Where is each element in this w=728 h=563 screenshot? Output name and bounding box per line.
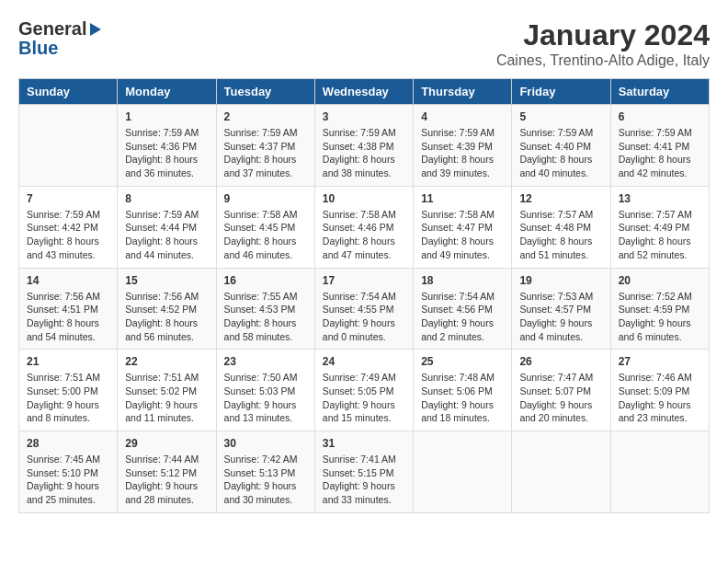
calendar-cell: 7 Sunrise: 7:59 AMSunset: 4:42 PMDayligh… — [19, 186, 118, 268]
calendar-cell: 24 Sunrise: 7:49 AMSunset: 5:05 PMDaylig… — [314, 350, 413, 431]
month-year-title: January 2024 — [496, 18, 710, 52]
day-info: Sunrise: 7:54 AMSunset: 4:55 PMDaylight:… — [323, 291, 396, 342]
logo-blue-text: Blue — [18, 38, 58, 59]
day-number: 9 — [224, 192, 307, 205]
day-number: 25 — [421, 355, 504, 368]
day-info: Sunrise: 7:42 AMSunset: 5:13 PMDaylight:… — [224, 454, 298, 505]
logo-arrow-icon — [90, 23, 101, 36]
day-info: Sunrise: 7:41 AMSunset: 5:15 PMDaylight:… — [323, 454, 396, 505]
day-number: 22 — [125, 355, 208, 368]
calendar-cell: 23 Sunrise: 7:50 AMSunset: 5:03 PMDaylig… — [216, 350, 314, 431]
day-info: Sunrise: 7:53 AMSunset: 4:57 PMDaylight:… — [519, 291, 593, 342]
day-info: Sunrise: 7:49 AMSunset: 5:05 PMDaylight:… — [323, 372, 396, 423]
day-info: Sunrise: 7:59 AMSunset: 4:36 PMDaylight:… — [125, 127, 199, 178]
calendar-cell — [610, 431, 709, 513]
calendar-cell — [414, 431, 512, 513]
day-number: 27 — [619, 355, 701, 368]
day-info: Sunrise: 7:56 AMSunset: 4:51 PMDaylight:… — [27, 291, 100, 342]
calendar-cell: 17 Sunrise: 7:54 AMSunset: 4:55 PMDaylig… — [314, 268, 413, 350]
day-number: 23 — [224, 355, 307, 368]
calendar-cell: 13 Sunrise: 7:57 AMSunset: 4:49 PMDaylig… — [610, 186, 709, 268]
day-info: Sunrise: 7:57 AMSunset: 4:48 PMDaylight:… — [519, 209, 593, 260]
calendar-cell: 26 Sunrise: 7:47 AMSunset: 5:07 PMDaylig… — [512, 350, 610, 431]
day-info: Sunrise: 7:59 AMSunset: 4:42 PMDaylight:… — [27, 209, 100, 260]
day-info: Sunrise: 7:50 AMSunset: 5:03 PMDaylight:… — [224, 372, 298, 423]
calendar-cell: 16 Sunrise: 7:55 AMSunset: 4:53 PMDaylig… — [216, 268, 314, 350]
calendar-cell: 28 Sunrise: 7:45 AMSunset: 5:10 PMDaylig… — [19, 431, 118, 513]
day-header: Monday — [118, 79, 216, 105]
day-info: Sunrise: 7:59 AMSunset: 4:38 PMDaylight:… — [323, 127, 396, 178]
day-number: 11 — [421, 192, 504, 205]
calendar-cell — [19, 105, 118, 187]
day-info: Sunrise: 7:58 AMSunset: 4:47 PMDaylight:… — [421, 209, 495, 260]
day-header: Friday — [512, 79, 610, 105]
calendar-cell: 27 Sunrise: 7:46 AMSunset: 5:09 PMDaylig… — [610, 350, 709, 431]
calendar-cell: 3 Sunrise: 7:59 AMSunset: 4:38 PMDayligh… — [314, 105, 413, 187]
logo: General Blue — [18, 18, 101, 59]
day-info: Sunrise: 7:59 AMSunset: 4:40 PMDaylight:… — [519, 127, 593, 178]
day-number: 16 — [224, 274, 307, 287]
day-info: Sunrise: 7:54 AMSunset: 4:56 PMDaylight:… — [421, 291, 495, 342]
calendar-table: SundayMondayTuesdayWednesdayThursdayFrid… — [18, 78, 710, 513]
day-number: 2 — [224, 110, 307, 123]
day-number: 10 — [323, 192, 405, 205]
calendar-cell: 29 Sunrise: 7:44 AMSunset: 5:12 PMDaylig… — [118, 431, 216, 513]
calendar-cell: 4 Sunrise: 7:59 AMSunset: 4:39 PMDayligh… — [414, 105, 512, 187]
day-header: Tuesday — [216, 79, 314, 105]
day-info: Sunrise: 7:46 AMSunset: 5:09 PMDaylight:… — [619, 372, 692, 423]
day-number: 13 — [619, 192, 701, 205]
day-number: 14 — [27, 274, 109, 287]
day-number: 28 — [27, 437, 109, 450]
day-info: Sunrise: 7:55 AMSunset: 4:53 PMDaylight:… — [224, 291, 298, 342]
day-number: 26 — [519, 355, 602, 368]
day-info: Sunrise: 7:59 AMSunset: 4:44 PMDaylight:… — [125, 209, 199, 260]
day-number: 8 — [125, 192, 208, 205]
day-number: 7 — [27, 192, 109, 205]
calendar-cell: 12 Sunrise: 7:57 AMSunset: 4:48 PMDaylig… — [512, 186, 610, 268]
day-number: 1 — [125, 110, 208, 123]
calendar-cell: 25 Sunrise: 7:48 AMSunset: 5:06 PMDaylig… — [414, 350, 512, 431]
day-number: 21 — [27, 355, 109, 368]
calendar-cell: 19 Sunrise: 7:53 AMSunset: 4:57 PMDaylig… — [512, 268, 610, 350]
day-number: 17 — [323, 274, 405, 287]
location-subtitle: Caines, Trentino-Alto Adige, Italy — [496, 52, 710, 69]
day-info: Sunrise: 7:58 AMSunset: 4:46 PMDaylight:… — [323, 209, 396, 260]
day-info: Sunrise: 7:51 AMSunset: 5:02 PMDaylight:… — [125, 372, 199, 423]
calendar-cell: 31 Sunrise: 7:41 AMSunset: 5:15 PMDaylig… — [314, 431, 413, 513]
day-number: 12 — [519, 192, 602, 205]
day-info: Sunrise: 7:48 AMSunset: 5:06 PMDaylight:… — [421, 372, 495, 423]
calendar-cell: 10 Sunrise: 7:58 AMSunset: 4:46 PMDaylig… — [314, 186, 413, 268]
day-info: Sunrise: 7:57 AMSunset: 4:49 PMDaylight:… — [619, 209, 692, 260]
day-header: Sunday — [19, 79, 118, 105]
day-info: Sunrise: 7:52 AMSunset: 4:59 PMDaylight:… — [619, 291, 692, 342]
day-info: Sunrise: 7:51 AMSunset: 5:00 PMDaylight:… — [27, 372, 100, 423]
calendar-cell: 18 Sunrise: 7:54 AMSunset: 4:56 PMDaylig… — [414, 268, 512, 350]
day-header: Thursday — [414, 79, 512, 105]
calendar-cell: 21 Sunrise: 7:51 AMSunset: 5:00 PMDaylig… — [19, 350, 118, 431]
day-number: 20 — [619, 274, 701, 287]
day-header: Wednesday — [314, 79, 413, 105]
day-info: Sunrise: 7:58 AMSunset: 4:45 PMDaylight:… — [224, 209, 298, 260]
calendar-cell: 30 Sunrise: 7:42 AMSunset: 5:13 PMDaylig… — [216, 431, 314, 513]
calendar-cell — [512, 431, 610, 513]
calendar-cell: 8 Sunrise: 7:59 AMSunset: 4:44 PMDayligh… — [118, 186, 216, 268]
day-header: Saturday — [610, 79, 709, 105]
day-number: 6 — [619, 110, 701, 123]
title-block: January 2024 Caines, Trentino-Alto Adige… — [496, 18, 710, 69]
calendar-cell: 11 Sunrise: 7:58 AMSunset: 4:47 PMDaylig… — [414, 186, 512, 268]
day-info: Sunrise: 7:45 AMSunset: 5:10 PMDaylight:… — [27, 454, 100, 505]
logo-general-text: General — [18, 18, 86, 40]
calendar-cell: 22 Sunrise: 7:51 AMSunset: 5:02 PMDaylig… — [118, 350, 216, 431]
day-info: Sunrise: 7:59 AMSunset: 4:37 PMDaylight:… — [224, 127, 298, 178]
day-number: 5 — [519, 110, 602, 123]
day-number: 4 — [421, 110, 504, 123]
calendar-cell: 1 Sunrise: 7:59 AMSunset: 4:36 PMDayligh… — [118, 105, 216, 187]
calendar-cell: 6 Sunrise: 7:59 AMSunset: 4:41 PMDayligh… — [610, 105, 709, 187]
day-info: Sunrise: 7:59 AMSunset: 4:39 PMDaylight:… — [421, 127, 495, 178]
day-info: Sunrise: 7:59 AMSunset: 4:41 PMDaylight:… — [619, 127, 692, 178]
day-info: Sunrise: 7:47 AMSunset: 5:07 PMDaylight:… — [519, 372, 593, 423]
page-header: General Blue January 2024 Caines, Trenti… — [18, 18, 710, 69]
day-number: 3 — [323, 110, 405, 123]
day-info: Sunrise: 7:44 AMSunset: 5:12 PMDaylight:… — [125, 454, 199, 505]
calendar-cell: 20 Sunrise: 7:52 AMSunset: 4:59 PMDaylig… — [610, 268, 709, 350]
